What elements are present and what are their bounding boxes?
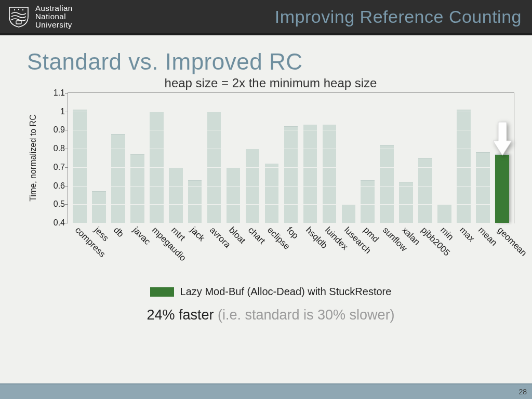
- bar: [73, 110, 87, 223]
- bar-slot: pjbb2005: [416, 93, 435, 223]
- bar-slot: db: [109, 93, 128, 223]
- plot-area: compressjessdbjavacmpegaudiomtrtjackavro…: [68, 92, 514, 223]
- bar-slot: mtrt: [166, 93, 185, 223]
- chart: Time, normalized to RC compressjessdbjav…: [47, 92, 514, 223]
- bar: [169, 167, 183, 223]
- bar: [303, 125, 317, 223]
- bar-slot: javac: [128, 93, 147, 223]
- grid-line: [68, 186, 514, 187]
- grid-line: [68, 204, 514, 205]
- slide-title: Standard vs. Improved RC: [27, 49, 514, 75]
- bar-slot: lusearch: [339, 93, 358, 223]
- conclusion-text: 24% faster (i.e. standard is 30% slower): [27, 307, 514, 323]
- x-tick-label: geomean: [496, 225, 529, 258]
- bar-slot: avrora: [205, 93, 224, 223]
- conclusion-weak: (i.e. standard is 30% slower): [214, 307, 394, 323]
- header-title: Improving Reference Counting: [73, 7, 522, 27]
- x-tick-label: javac: [131, 225, 153, 247]
- bar: [265, 164, 279, 223]
- bar-slot: geomean: [493, 93, 512, 223]
- x-tick-label: max: [457, 225, 476, 244]
- bar-slot: min: [435, 93, 454, 223]
- chart-title: heap size = 2x the minimum heap size: [27, 76, 514, 90]
- bar-slot: mean: [473, 93, 493, 223]
- x-tick-label: avrora: [207, 225, 232, 250]
- bar-slot: jess: [89, 93, 109, 223]
- bar-slot: luindex: [320, 93, 339, 223]
- institution-line3: University: [35, 21, 73, 29]
- x-tick-label: jack: [188, 225, 207, 244]
- institution-line2: National: [35, 12, 73, 21]
- bar: [399, 182, 413, 223]
- slide-body: Standard vs. Improved RC heap size = 2x …: [0, 35, 532, 323]
- bar-slot: max: [454, 93, 473, 223]
- bar: [111, 134, 125, 223]
- bar-slot: jack: [185, 93, 205, 223]
- legend-swatch: [150, 287, 174, 297]
- y-tick-label: 0.5: [54, 200, 68, 209]
- grid-line: [68, 93, 514, 94]
- legend-label: Lazy Mod-Buf (Alloc-Dead) with StuckRest…: [180, 286, 392, 298]
- grid-line: [68, 167, 514, 168]
- legend: Lazy Mod-Buf (Alloc-Dead) with StuckRest…: [27, 286, 514, 298]
- svg-point-0: [14, 9, 15, 10]
- header-bar: Australian National University Improving…: [0, 0, 532, 35]
- bar: [342, 204, 356, 223]
- x-tick-label: db: [112, 225, 126, 240]
- arrow-down-icon: [492, 121, 513, 157]
- bar-slot: chart: [243, 93, 262, 223]
- bar: [323, 125, 337, 223]
- bar: [361, 180, 375, 223]
- y-tick-label: 0.8: [54, 144, 68, 153]
- bar-slot: eclipse: [262, 93, 282, 223]
- y-tick-label: 1: [60, 107, 68, 116]
- svg-point-1: [18, 9, 19, 10]
- grid-line: [68, 223, 514, 223]
- bar-slot: pmd: [358, 93, 377, 223]
- x-tick-label: mean: [476, 225, 499, 248]
- page-number: 28: [518, 388, 527, 396]
- bar-slot: fop: [281, 93, 300, 223]
- bar: [457, 110, 471, 223]
- bar-slot: sunflow: [377, 93, 396, 223]
- y-axis-label: Time, normalized to RC: [29, 114, 38, 201]
- institution-name: Australian National University: [35, 4, 73, 29]
- institution-line1: Australian: [35, 4, 73, 12]
- conclusion-strong: 24% faster: [147, 307, 214, 323]
- bar: [476, 152, 490, 223]
- bar-slot: compress: [70, 93, 89, 223]
- svg-point-2: [22, 9, 23, 10]
- bar: [437, 204, 451, 223]
- x-tick-label: fop: [284, 225, 300, 241]
- bar: [92, 191, 106, 223]
- grid-line: [68, 130, 514, 130]
- grid-line: [68, 112, 514, 112]
- bar: [227, 167, 241, 223]
- bar-slot: mpegaudio: [147, 93, 166, 223]
- y-tick-label: 0.9: [54, 125, 68, 135]
- bar: [284, 126, 298, 223]
- bar-slot: hsqldb: [300, 93, 320, 223]
- bar: [188, 180, 202, 223]
- y-tick-label: 0.4: [54, 218, 68, 228]
- bar-slot: xalan: [396, 93, 416, 223]
- bar: [130, 154, 144, 223]
- bar-slot: bloat: [224, 93, 243, 223]
- y-tick-label: 0.7: [54, 163, 68, 172]
- crest-icon: [7, 5, 30, 28]
- bar-highlight: [495, 154, 509, 223]
- grid-line: [68, 149, 514, 149]
- bar: [380, 145, 394, 223]
- institution-logo: Australian National University: [7, 4, 73, 29]
- footer-bar: 28: [0, 383, 532, 399]
- y-tick-label: 0.6: [54, 181, 68, 191]
- svg-rect-3: [16, 21, 21, 24]
- bars-container: compressjessdbjavacmpegaudiomtrtjackavro…: [68, 93, 514, 223]
- y-tick-label: 1.1: [54, 88, 68, 98]
- x-tick-label: chart: [246, 225, 267, 246]
